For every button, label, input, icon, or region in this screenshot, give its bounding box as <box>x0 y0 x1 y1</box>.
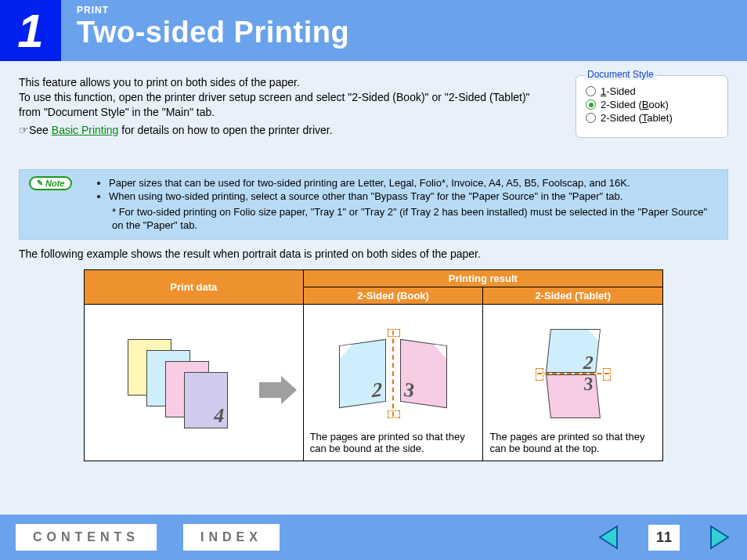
prev-page-button[interactable] <box>597 525 622 550</box>
th-printing-result: Printing result <box>303 269 662 287</box>
th-print-data: Print data <box>85 269 304 304</box>
book-diagram: 2 3 The pages are printed so that they c… <box>303 304 483 461</box>
breadcrumb: PRINT <box>77 5 349 16</box>
svg-marker-1 <box>711 526 728 548</box>
basic-printing-link[interactable]: Basic Printing <box>52 124 119 136</box>
radio-1sided[interactable]: 1-Sided <box>586 85 718 97</box>
see-prefix: See <box>29 124 52 136</box>
page-number: 11 <box>648 525 680 551</box>
see-suffix: for details on how to open the printer d… <box>118 124 332 136</box>
svg-marker-0 <box>600 526 617 548</box>
note-label: Note <box>45 178 64 190</box>
document-style-panel: Document Style 1-Sided 2-Sided (Book) 2-… <box>576 75 728 138</box>
intro-line: To use this function, open the printer d… <box>19 90 536 120</box>
radio-label: 2-Sided (Book) <box>601 99 669 110</box>
page-header: 1 PRINT Two-sided Printing <box>0 0 747 61</box>
radio-label: 2-Sided (Tablet) <box>601 112 673 124</box>
radio-icon <box>586 113 596 123</box>
radio-icon <box>586 99 596 110</box>
note-item: When using two-sided printing, select a … <box>109 190 716 204</box>
header-text: PRINT Two-sided Printing <box>61 0 349 61</box>
footer-nav: CONTENTS INDEX 11 <box>0 515 747 560</box>
next-page-button[interactable] <box>706 525 731 550</box>
page-title: Two-sided Printing <box>77 16 349 49</box>
note-badge: ✎ Note <box>29 176 72 191</box>
book-page-left: 2 <box>339 339 386 408</box>
pointer-icon: ☞ <box>19 124 29 136</box>
radio-label: 1-Sided <box>601 85 636 97</box>
page-icon: 4 <box>184 372 228 428</box>
tablet-diagram: 2 3 The pages are printed so that they c… <box>483 304 663 461</box>
intro-line: This feature allows you to print on both… <box>19 75 536 90</box>
index-button[interactable]: INDEX <box>183 524 280 551</box>
contents-button[interactable]: CONTENTS <box>16 524 157 551</box>
document-style-legend: Document Style <box>584 69 657 80</box>
tablet-page-bottom: 3 <box>546 374 601 418</box>
intro-text: This feature allows you to print on both… <box>19 75 536 138</box>
binding-edge-icon <box>392 331 394 417</box>
content-area: This feature allows you to print on both… <box>0 61 747 461</box>
see-line: ☞See Basic Printing for details on how t… <box>19 123 536 138</box>
result-table: Print data Printing result 2-Sided (Book… <box>84 269 663 461</box>
note-footnote: * For two-sided printing on Folio size p… <box>112 205 716 233</box>
note-item: Paper sizes that can be used for two-sid… <box>109 176 716 190</box>
example-intro: The following example shows the result w… <box>19 247 728 260</box>
chapter-number: 1 <box>0 0 61 61</box>
radio-2sided-tablet[interactable]: 2-Sided (Tablet) <box>586 112 718 124</box>
note-box: ✎ Note Paper sizes that can be used for … <box>19 169 728 240</box>
print-data-diagram: 1 2 3 4 <box>85 304 304 461</box>
pencil-icon: ✎ <box>37 178 43 189</box>
tablet-page-top: 2 <box>546 329 601 373</box>
book-caption: The pages are printed so that they can b… <box>310 431 477 454</box>
radio-icon <box>586 86 596 96</box>
note-list: Paper sizes that can be used for two-sid… <box>98 176 716 204</box>
th-tablet: 2-Sided (Tablet) <box>483 287 663 304</box>
radio-2sided-book[interactable]: 2-Sided (Book) <box>586 99 718 110</box>
book-page-right: 3 <box>400 339 447 408</box>
th-book: 2-Sided (Book) <box>303 287 483 304</box>
tablet-caption: The pages are printed so that they can b… <box>489 431 656 454</box>
